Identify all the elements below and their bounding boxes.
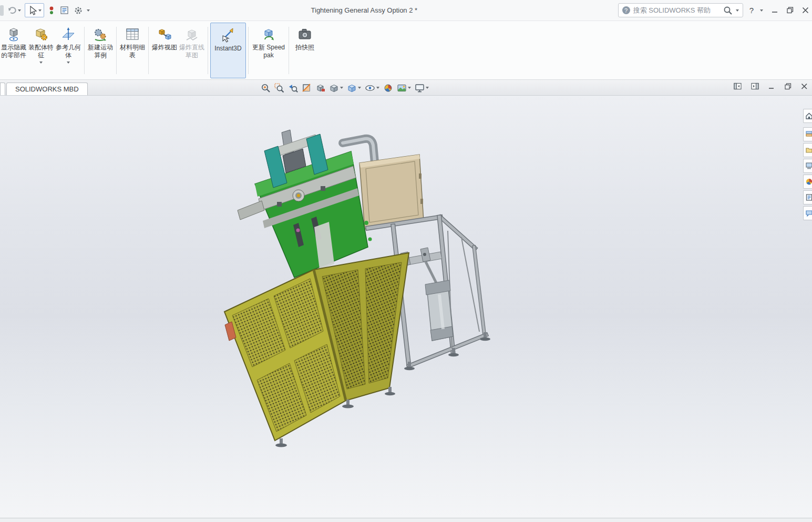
document-window-controls bbox=[734, 83, 808, 90]
document-list-icon bbox=[60, 6, 69, 15]
home-icon bbox=[805, 112, 812, 120]
model-press-assembly bbox=[238, 130, 372, 278]
explode-line-sketch-button: 爆炸直线草图 bbox=[178, 23, 205, 78]
clipped-tab[interactable] bbox=[0, 83, 5, 95]
custom-properties-button[interactable] bbox=[803, 190, 812, 204]
assembly-features-dropdown-caret[interactable] bbox=[39, 62, 43, 64]
collapse-pane-right-button[interactable] bbox=[751, 83, 759, 90]
restore-button[interactable] bbox=[787, 7, 794, 14]
options-dropdown-caret[interactable] bbox=[87, 9, 90, 12]
update-speedpak-button[interactable]: 更新 Speedpak bbox=[251, 23, 286, 78]
ribbon-separator bbox=[148, 27, 149, 74]
ribbon-separator bbox=[248, 27, 249, 74]
view-settings-button[interactable] bbox=[414, 81, 429, 94]
search-dropdown-caret[interactable] bbox=[736, 9, 739, 12]
zoom-to-fit-button[interactable] bbox=[260, 81, 271, 94]
assembly-features-icon bbox=[33, 26, 49, 42]
dynamic-annotation-views-button[interactable] bbox=[315, 81, 326, 94]
select-tool-button[interactable] bbox=[25, 3, 44, 17]
clipped-toolbar-icon[interactable] bbox=[0, 5, 4, 16]
new-motion-study-icon bbox=[92, 26, 108, 42]
edit-appearance-button[interactable] bbox=[383, 81, 394, 94]
display-style-button[interactable] bbox=[346, 81, 362, 94]
custom-properties-icon bbox=[805, 193, 812, 201]
display-style-icon bbox=[347, 83, 357, 93]
search-icon[interactable] bbox=[723, 6, 733, 15]
exploded-view-icon bbox=[157, 26, 172, 42]
apply-scene-caret[interactable] bbox=[408, 87, 411, 89]
design-library-icon bbox=[805, 130, 812, 138]
document-minimize-button[interactable] bbox=[768, 83, 775, 90]
collapse-pane-left-button[interactable] bbox=[734, 83, 742, 90]
reference-geometry-button[interactable]: 参考几何体 bbox=[55, 23, 82, 78]
ribbon-button-label: Instant3D bbox=[211, 45, 245, 53]
viewport-3d[interactable] bbox=[0, 96, 812, 518]
gear-icon bbox=[74, 6, 83, 15]
help-dropdown-caret[interactable] bbox=[760, 9, 763, 12]
ribbon-button-label: 装配体特征 bbox=[28, 44, 54, 59]
solidworks-resources-button[interactable] bbox=[803, 206, 812, 220]
options-button[interactable] bbox=[73, 4, 84, 17]
previous-view-icon bbox=[288, 83, 298, 93]
status-bar bbox=[0, 518, 812, 522]
update-speedpak-icon bbox=[261, 26, 276, 42]
show-hidden-components-button[interactable]: 显示隐藏的零部件 bbox=[0, 23, 27, 78]
help-button[interactable]: ? bbox=[749, 6, 754, 15]
ribbon-separator bbox=[289, 27, 289, 74]
document-list-button[interactable] bbox=[59, 4, 70, 17]
appearances-sphere-icon bbox=[805, 178, 812, 186]
assembly-features-button[interactable]: 装配体特征 bbox=[27, 23, 55, 78]
section-view-button[interactable] bbox=[301, 81, 312, 94]
document-restore-button[interactable] bbox=[785, 83, 792, 90]
reference-geometry-dropdown-caret[interactable] bbox=[67, 62, 70, 64]
home-tab-button[interactable] bbox=[803, 109, 812, 123]
exploded-view-button[interactable]: 爆炸视图 bbox=[151, 23, 178, 78]
reference-geometry-icon bbox=[60, 26, 76, 42]
new-motion-study-button[interactable]: 新建运动算例 bbox=[87, 23, 114, 78]
display-style-caret[interactable] bbox=[358, 87, 361, 89]
search-input[interactable]: 搜索 SOLIDWORKS 帮助 bbox=[633, 6, 720, 15]
ribbon-button-label: 参考几何体 bbox=[56, 44, 81, 59]
red-green-dots-icon bbox=[48, 6, 55, 15]
undo-dropdown-caret[interactable] bbox=[18, 9, 21, 12]
window-title: Tightening General Assy Option 2 * bbox=[131, 6, 618, 14]
instant3d-button[interactable]: Instant3D bbox=[210, 23, 246, 78]
ribbon: 显示隐藏的零部件 装配体特征 参考几何体 bbox=[0, 21, 812, 80]
status-dots-button[interactable] bbox=[47, 4, 56, 17]
ribbon-button-label: 材料明细表 bbox=[120, 44, 145, 59]
view-orientation-button[interactable] bbox=[328, 81, 344, 94]
undo-button[interactable] bbox=[6, 4, 22, 17]
view-settings-caret[interactable] bbox=[426, 87, 429, 89]
view-orientation-caret[interactable] bbox=[340, 87, 343, 89]
instant3d-icon bbox=[219, 26, 237, 43]
search-box[interactable]: ? 搜索 SOLIDWORKS 帮助 bbox=[618, 3, 743, 17]
take-snapshot-icon bbox=[297, 26, 313, 42]
minimize-button[interactable] bbox=[772, 7, 778, 14]
document-close-button[interactable] bbox=[801, 83, 808, 90]
model-safety-cage bbox=[224, 253, 409, 441]
section-view-icon bbox=[302, 83, 312, 93]
design-library-button[interactable] bbox=[803, 127, 812, 141]
zoom-to-area-button[interactable] bbox=[274, 81, 285, 94]
model-3d bbox=[0, 96, 812, 518]
ribbon-separator bbox=[116, 27, 117, 74]
ribbon-button-label: 爆炸视图 bbox=[152, 44, 177, 52]
task-pane-strip bbox=[803, 109, 812, 220]
select-dropdown-caret[interactable] bbox=[38, 9, 42, 12]
hide-show-items-button[interactable] bbox=[364, 81, 380, 94]
apply-scene-button[interactable] bbox=[396, 81, 412, 94]
hide-show-items-caret[interactable] bbox=[376, 87, 379, 89]
cmdmanager-tabs: SOLIDWORKS MBD bbox=[0, 83, 88, 95]
take-snapshot-button[interactable]: 拍快照 bbox=[291, 23, 318, 78]
bill-of-materials-button[interactable]: 材料明细表 bbox=[119, 23, 146, 78]
file-explorer-button[interactable] bbox=[803, 143, 812, 157]
close-button[interactable] bbox=[802, 7, 809, 14]
hide-show-items-icon bbox=[365, 83, 375, 93]
solidworks-window: Tightening General Assy Option 2 * ? 搜索 … bbox=[0, 0, 812, 522]
ribbon-separator bbox=[84, 27, 85, 74]
folder-icon bbox=[805, 146, 812, 154]
tab-solidworks-mbd[interactable]: SOLIDWORKS MBD bbox=[6, 83, 88, 95]
previous-view-button[interactable] bbox=[287, 81, 299, 94]
appearances-button[interactable] bbox=[803, 175, 812, 189]
view-palette-button[interactable] bbox=[803, 159, 812, 173]
